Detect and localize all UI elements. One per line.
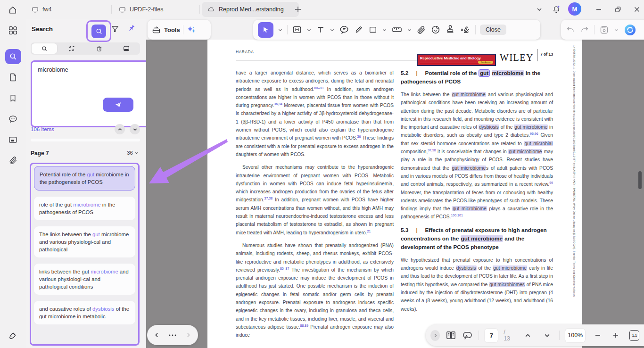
page-icon (8, 73, 18, 82)
sign-icon (460, 24, 471, 35)
comments-tab-button[interactable] (5, 111, 21, 126)
search-tab-button[interactable] (5, 49, 21, 64)
new-tab-button[interactable] (292, 4, 304, 15)
minimize-icon (595, 6, 602, 13)
updf-window: fw4 UPDF-2-files Reprod Med...erstanding… (0, 0, 644, 348)
ai-assistant-button[interactable] (624, 24, 636, 36)
search-result-item[interactable]: Potential role of the gut microbiome in … (34, 166, 135, 191)
search-result-item[interactable]: links between the gut microbiome and var… (34, 264, 135, 295)
marker-tool-button[interactable] (354, 25, 364, 35)
panel-divider (31, 139, 140, 141)
toolbar-divider (559, 331, 560, 340)
vertical-scrollbar[interactable] (638, 171, 642, 189)
chevron-down-icon[interactable] (330, 27, 335, 33)
minimize-button[interactable] (593, 4, 604, 15)
chevron-down-icon[interactable] (382, 27, 387, 33)
search-result-item[interactable]: The links between the gut microbiome and… (34, 226, 135, 257)
search-result-item[interactable]: role of the gut microbiome in the pathog… (34, 197, 135, 220)
tab-reprod-med[interactable]: Reprod Med...erstanding (202, 2, 299, 17)
text-icon (316, 25, 325, 34)
results-summary-row: 106 items (31, 124, 141, 135)
comment-tool-button[interactable] (339, 25, 349, 35)
previous-page-button[interactable] (154, 332, 160, 338)
previous-result-button[interactable] (115, 124, 125, 134)
chevron-down-icon[interactable] (614, 27, 619, 33)
attachment-tool-button[interactable] (416, 25, 426, 35)
tab-updf-2-files[interactable]: UPDF-2-files (113, 2, 209, 17)
ai-search-annotation-box (86, 20, 111, 42)
attachments-tab-button[interactable] (5, 153, 21, 168)
ai-search-icon (95, 27, 103, 35)
shape-tool-button[interactable] (368, 25, 378, 34)
redact-icon (123, 45, 130, 52)
collapse-bar-button[interactable] (430, 330, 440, 341)
paperclip-icon (416, 25, 426, 35)
tab-fw4[interactable]: fw4 (26, 2, 121, 17)
page-up-button[interactable] (524, 332, 531, 339)
tab-divider (199, 5, 200, 14)
mode-replace-tab[interactable] (59, 43, 84, 54)
select-tool-button[interactable] (258, 22, 273, 38)
save-button[interactable] (599, 25, 609, 35)
page-of-label: 7 of 13 (540, 52, 553, 57)
page-number-input[interactable]: 7 (485, 329, 498, 342)
tools-button[interactable]: Tools (164, 26, 180, 33)
chevron-down-icon[interactable] (306, 27, 312, 33)
home-icon (8, 5, 17, 15)
monitor-icon (32, 6, 39, 13)
page-layout-button[interactable] (446, 330, 456, 341)
search-input[interactable]: microbiome (31, 60, 151, 127)
next-page-button[interactable] (185, 332, 191, 338)
stamp-tool-button[interactable] (445, 25, 455, 35)
actual-size-button[interactable]: 1:1 (629, 330, 639, 341)
ai-search-button[interactable] (91, 25, 106, 38)
zoom-level-input[interactable]: 100% (565, 329, 585, 342)
titlebar-dropdown-button[interactable] (534, 4, 545, 15)
pin-button[interactable] (127, 24, 136, 33)
close-toolbar-button[interactable]: Close (480, 25, 506, 35)
undo-button[interactable] (566, 25, 575, 34)
bookmarks-tab-button[interactable] (5, 91, 21, 106)
apps-grid-button[interactable] (5, 23, 21, 38)
signature-panel-button[interactable] (5, 327, 21, 342)
ai-sparkles-button[interactable] (186, 25, 197, 35)
more-icon[interactable] (168, 334, 177, 337)
filter-button[interactable] (110, 25, 120, 34)
sign-tool-button[interactable] (460, 24, 471, 35)
sticker-tool-button[interactable] (430, 25, 441, 35)
left-rail (0, 19, 26, 348)
mode-search-tab[interactable] (32, 43, 57, 54)
cursor-icon (262, 26, 270, 34)
snapshot-tab-button[interactable] (5, 132, 21, 147)
pages-tab-button[interactable] (5, 70, 21, 85)
zoom-in-button[interactable] (612, 332, 619, 339)
plus-icon (295, 6, 301, 13)
avatar[interactable]: M (568, 2, 581, 16)
next-result-button[interactable] (130, 124, 140, 134)
home-button[interactable] (7, 4, 19, 16)
measure-tool-button[interactable] (391, 24, 403, 35)
stamp-icon (445, 25, 455, 35)
mode-redact-tab[interactable] (114, 43, 139, 54)
notifications-button[interactable] (551, 4, 562, 15)
page-group-label: Page 7 (31, 150, 49, 157)
highlight-tool-button[interactable] (292, 25, 302, 35)
section-heading-5-3: 5.3|Effects of prenatal exposure to high… (401, 226, 553, 251)
chevron-down-icon[interactable] (407, 27, 412, 33)
mode-delete-tab[interactable] (86, 43, 112, 54)
redo-button[interactable] (580, 25, 589, 34)
zoom-out-button[interactable] (594, 332, 601, 339)
toolbox-icon (151, 25, 161, 35)
paragraph: Several other mechanisms may contribute … (236, 163, 394, 237)
restore-button[interactable] (612, 4, 623, 15)
banner-underline (420, 63, 480, 63)
annotations-toggle-button[interactable] (462, 330, 473, 341)
search-send-button[interactable] (103, 98, 133, 112)
page-down-button[interactable] (544, 332, 551, 339)
search-result-item[interactable]: and causative roles of dysbiosis of the … (34, 301, 135, 324)
close-window-button[interactable] (631, 4, 643, 15)
text-tool-button[interactable] (316, 25, 325, 34)
toolbar-divider (287, 25, 288, 34)
chevron-down-icon[interactable] (278, 27, 283, 33)
page-group-count[interactable]: 36 (127, 150, 139, 156)
